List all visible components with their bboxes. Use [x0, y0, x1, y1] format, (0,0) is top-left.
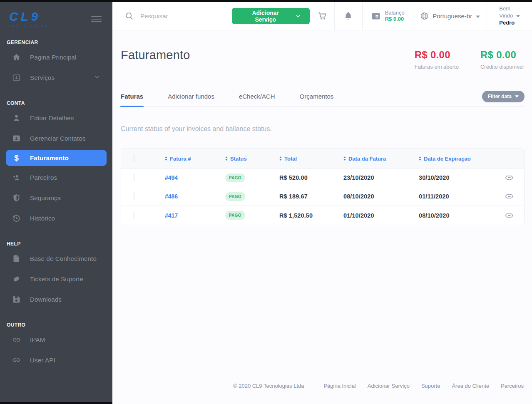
- status-badge: PAGO: [225, 192, 245, 201]
- sidebar-item-ipam[interactable]: IPAM: [0, 330, 112, 350]
- link-icon: [12, 335, 21, 345]
- filter-data-label: Filter data: [488, 94, 512, 99]
- sidebar-item-user-api[interactable]: User API: [0, 350, 112, 370]
- footer-link-area-do-cliente[interactable]: Área do Cliente: [452, 383, 489, 389]
- sidebar-item-downloads[interactable]: Downloads: [0, 289, 112, 310]
- notifications-button[interactable]: [334, 2, 362, 30]
- sidebar-item-base-de-conhecimento[interactable]: Base de Conhecimento: [0, 248, 112, 269]
- column-header-total[interactable]: Total: [279, 156, 343, 162]
- user-menu[interactable]: Bem Vindo Pedro: [487, 2, 532, 30]
- tab-adicionar-fundos[interactable]: Adicionar fundos: [168, 93, 214, 107]
- window-bottom-edge: [0, 402, 112, 404]
- sidebar-section-help: HELP: [7, 241, 112, 247]
- document-icon: [12, 254, 21, 263]
- invoice-link[interactable]: #494: [165, 174, 178, 181]
- app-window: CL9° Tecnologias GERENCIAR Pagina Princi…: [0, 0, 532, 404]
- tab-orcamentos[interactable]: Orçamentos: [300, 93, 334, 107]
- link-icon: [12, 355, 21, 365]
- sidebar-item-pagina-principal[interactable]: Pagina Principal: [0, 47, 112, 67]
- search-input[interactable]: [140, 12, 207, 20]
- sidebar-section-outro: OUTRO: [7, 322, 112, 328]
- sort-icon: [343, 156, 346, 161]
- invoice-date: 23/10/2020: [343, 174, 419, 181]
- sidebar-item-label: Tickets de Suporte: [30, 275, 83, 283]
- footer-link-suporte[interactable]: Suporte: [421, 383, 440, 389]
- table-description: Current status of your invoices and ball…: [121, 125, 524, 133]
- sort-icon: [419, 156, 421, 161]
- row-checkbox[interactable]: [134, 211, 134, 219]
- invoice-date: 01/10/2020: [343, 212, 419, 219]
- balance-label: Balanço: [385, 10, 405, 16]
- main-content: Faturamento R$ 0.00 Faturas em aberto R$…: [112, 31, 532, 404]
- sidebar-item-label: Segurança: [30, 194, 61, 201]
- sidebar-item-label: Parceiros: [30, 174, 57, 181]
- sidebar-section-conta: CONTA: [7, 100, 112, 106]
- row-checkbox[interactable]: [134, 173, 134, 181]
- credit-stat: R$ 0.00 Crédito disponível: [480, 49, 524, 70]
- sidebar-item-label: Histórico: [30, 215, 55, 222]
- home-icon: [12, 52, 21, 62]
- invoice-date: 08/10/2020: [343, 193, 419, 200]
- row-checkbox[interactable]: [134, 192, 134, 200]
- history-icon: [12, 213, 21, 223]
- sort-icon: [225, 156, 228, 161]
- filter-data-button[interactable]: Filter data: [482, 91, 525, 102]
- sidebar: CL9° Tecnologias GERENCIAR Pagina Princi…: [0, 0, 112, 404]
- hamburger-menu-icon[interactable]: [91, 15, 102, 24]
- footer-link-adicionar-servico[interactable]: Adicionar Serviço: [368, 383, 410, 389]
- invoice-link[interactable]: #486: [165, 193, 178, 200]
- sidebar-item-label: IPAM: [30, 336, 45, 343]
- sort-icon: [279, 156, 282, 161]
- dollar-icon: $: [12, 153, 21, 163]
- footer-link-parceiros[interactable]: Parceiros: [501, 383, 524, 389]
- sidebar-item-parceiros[interactable]: Parceiros: [0, 167, 112, 188]
- sidebar-item-faturamento[interactable]: $ Faturamento: [6, 150, 107, 166]
- sidebar-section-gerenciar: GERENCIAR: [7, 40, 112, 45]
- add-service-button[interactable]: Adicionar Serviço: [232, 8, 310, 24]
- tab-echeck-ach[interactable]: eCheck/ACH: [239, 93, 275, 107]
- shield-icon: [12, 193, 21, 203]
- sidebar-item-historico[interactable]: Histórico: [0, 208, 112, 228]
- sidebar-item-label: Downloads: [30, 296, 62, 303]
- add-service-label: Adicionar Serviço: [241, 10, 290, 23]
- footer: © 2020 CL9 Tecnologias Ltda Página Inici…: [233, 383, 524, 389]
- sidebar-item-label: User API: [30, 357, 55, 364]
- cart-button[interactable]: [310, 2, 334, 30]
- invoice-open-link-icon[interactable]: [504, 212, 514, 219]
- column-header-fatura[interactable]: Fatura #: [165, 156, 225, 162]
- status-badge: PAGO: [225, 173, 245, 182]
- sidebar-item-label: Gerenciar Contatos: [30, 135, 86, 142]
- wallet-icon: [371, 11, 381, 21]
- chevron-down-icon: [94, 74, 100, 82]
- copyright-text: © 2020 CL9 Tecnologias Ltda: [233, 383, 304, 389]
- invoice-open-link-icon[interactable]: [504, 174, 514, 181]
- sidebar-item-tickets-de-suporte[interactable]: Tickets de Suporte: [0, 269, 112, 289]
- sidebar-item-seguranca[interactable]: Segurança: [0, 188, 112, 208]
- caret-down-icon: [476, 12, 480, 20]
- sidebar-item-label: Faturamento: [30, 154, 69, 161]
- footer-link-pagina-inicial[interactable]: Página Inicial: [323, 383, 355, 389]
- column-header-status[interactable]: Status: [225, 156, 279, 162]
- language-label: Portuguese-br: [433, 12, 472, 20]
- contact-card-icon: [12, 134, 21, 143]
- invoice-open-link-icon[interactable]: [504, 193, 514, 200]
- select-all-checkbox[interactable]: [134, 154, 134, 162]
- search-icon[interactable]: [125, 12, 134, 20]
- credit-label: Crédito disponível: [480, 64, 524, 70]
- open-invoices-value: R$ 0.00: [415, 49, 459, 61]
- balance-widget[interactable]: Balanço R$ 0.00: [362, 2, 413, 30]
- invoice-link[interactable]: #417: [165, 212, 178, 219]
- language-selector[interactable]: Portuguese-br: [413, 2, 487, 30]
- due-date: 08/10/2020: [419, 212, 494, 219]
- sidebar-item-editar-detalhes[interactable]: Editar Detalhes: [0, 108, 112, 128]
- column-header-data-expiracao[interactable]: Data de Expiraçao: [419, 156, 494, 162]
- brand-logo[interactable]: CL9° Tecnologias: [9, 11, 49, 27]
- welcome-line1: Bem: [499, 5, 520, 12]
- sidebar-item-servicos[interactable]: Serviços: [0, 67, 112, 88]
- open-invoices-label: Faturas em aberto: [415, 64, 459, 70]
- sidebar-item-gerenciar-contatos[interactable]: Gerenciar Contatos: [0, 128, 112, 149]
- sidebar-item-label: Editar Detalhes: [30, 114, 74, 121]
- ticket-icon: [12, 274, 21, 284]
- column-header-data-fatura[interactable]: Data da Fatura: [343, 156, 419, 162]
- tab-faturas[interactable]: Faturas: [121, 93, 143, 107]
